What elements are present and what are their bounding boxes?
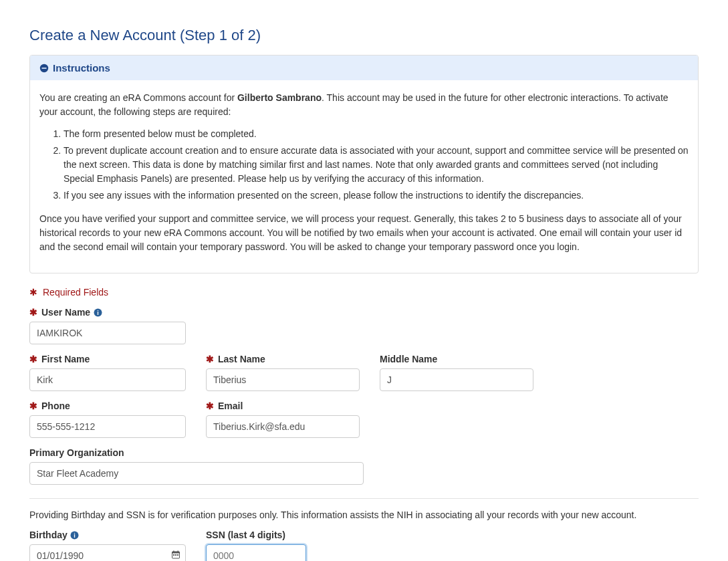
first-name-label: ✱ First Name (29, 354, 186, 364)
required-fields-legend: ✱ Required Fields (29, 287, 699, 298)
phone-input[interactable] (29, 415, 186, 438)
ssn-label: SSN (last 4 digits) (206, 530, 306, 540)
required-star-icon: ✱ (29, 287, 37, 298)
primary-org-label: Primary Organization (29, 447, 364, 458)
instructions-body: You are creating an eRA Commons account … (30, 80, 698, 273)
birthday-input[interactable] (29, 544, 186, 561)
username-label: ✱ User Name i (29, 307, 186, 318)
instructions-intro: You are creating an eRA Commons account … (39, 91, 689, 119)
verification-help-text: Providing Birthday and SSN is for verifi… (29, 510, 699, 520)
middle-name-label: Middle Name (380, 354, 533, 364)
required-star-icon: ✱ (206, 401, 214, 411)
last-name-label: ✱ Last Name (206, 354, 360, 364)
collapse-icon (39, 64, 49, 73)
first-name-input[interactable] (29, 368, 186, 391)
required-star-icon: ✱ (29, 354, 37, 364)
required-star-icon: ✱ (29, 401, 37, 411)
svg-text:i: i (74, 532, 76, 538)
svg-text:i: i (97, 309, 99, 316)
account-form: ✱ User Name i ✱ First Name ✱ Last Name (29, 307, 699, 561)
birthday-label: Birthday i (29, 530, 186, 540)
username-input[interactable] (29, 322, 186, 344)
email-input[interactable] (206, 415, 360, 438)
instructions-panel: Instructions You are creating an eRA Com… (29, 55, 699, 273)
instructions-footer: Once you have verified your support and … (39, 212, 689, 254)
divider (29, 498, 699, 499)
email-label: ✱ Email (206, 401, 360, 411)
instructions-list: The form presented below must be complet… (64, 127, 689, 203)
page-title: Create a New Account (Step 1 of 2) (29, 27, 699, 44)
last-name-input[interactable] (206, 368, 360, 391)
instructions-title: Instructions (53, 62, 110, 74)
svg-rect-1 (42, 68, 47, 69)
info-icon[interactable]: i (93, 308, 102, 317)
ssn-input[interactable] (206, 544, 306, 561)
instructions-header[interactable]: Instructions (30, 55, 698, 80)
instruction-step: If you see any issues with the informati… (64, 189, 689, 203)
primary-org-input[interactable] (29, 462, 364, 485)
info-icon[interactable]: i (70, 530, 80, 540)
instruction-step: The form presented below must be complet… (64, 127, 689, 141)
required-star-icon: ✱ (206, 354, 214, 364)
required-star-icon: ✱ (29, 307, 37, 318)
instruction-step: To prevent duplicate account creation an… (64, 144, 689, 186)
middle-name-input[interactable] (380, 368, 533, 391)
phone-label: ✱ Phone (29, 401, 186, 411)
